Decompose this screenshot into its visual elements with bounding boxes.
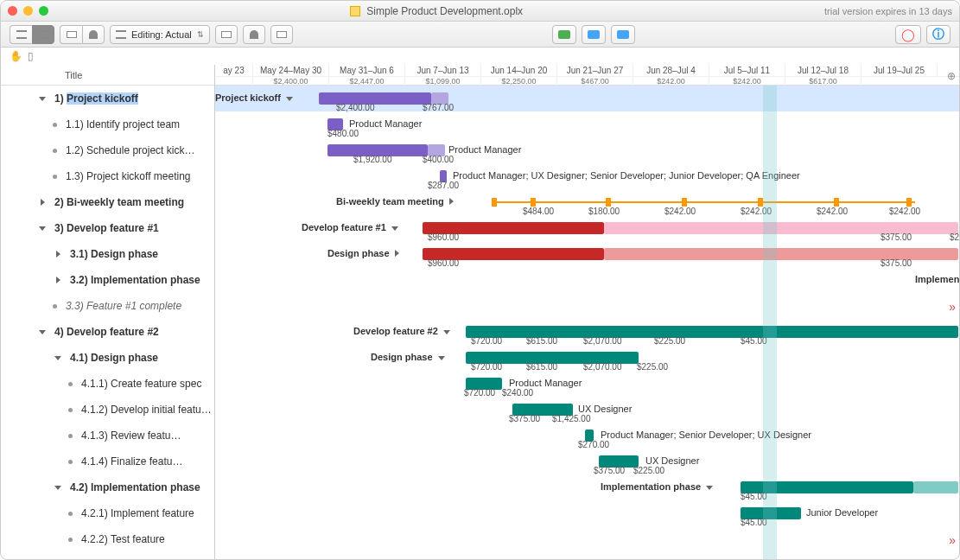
minimize-icon[interactable] (23, 6, 33, 16)
outline-row-4.2.1[interactable]: 4.2.1) Implement feature (1, 500, 214, 526)
group-2-button[interactable] (82, 25, 105, 44)
outline-row-3[interactable]: 3) Develop feature #1 (1, 215, 214, 241)
view-mode-1-button[interactable] (10, 25, 32, 44)
blue-action-1-button[interactable] (582, 25, 606, 44)
gantt-row[interactable]: Project kickoff $2,400.00$767.00 (215, 86, 959, 111)
group-1-button[interactable] (60, 25, 82, 44)
task-title: Identify project team (86, 118, 180, 130)
outline-row-4.1[interactable]: 4.1) Design phase (1, 345, 214, 371)
outline-row-2[interactable]: 2) Bi-weekly team meeting (1, 189, 214, 215)
blue-action-2-button[interactable] (611, 25, 635, 44)
page-icon[interactable]: ▯ (28, 50, 34, 62)
outline-row-4.1.3[interactable]: 4.1.3) Review featu… (1, 423, 214, 449)
green-action-button[interactable] (552, 25, 576, 44)
gantt-view-icon (38, 30, 48, 39)
outline-row-1[interactable]: 1) Project kickoff (1, 86, 214, 111)
outline-row-3.3[interactable]: 3.3) Feature #1 complete (1, 293, 214, 319)
outline-row-4.2[interactable]: 4.2) Implementation phase (1, 474, 214, 500)
outline-row-3.1[interactable]: 3.1) Design phase (1, 241, 214, 267)
milestone-button[interactable] (270, 25, 293, 44)
blue-icon (588, 30, 600, 39)
hand-icon[interactable]: ✋ (10, 50, 22, 62)
gantt-row[interactable]: Junior Developer$45.00 (215, 500, 959, 526)
record-button[interactable]: ◯ (895, 25, 921, 44)
gantt-row[interactable]: Product Manager; Senior Developer; UX De… (215, 423, 959, 449)
disclosure-down-icon[interactable] (37, 327, 48, 337)
expand-icon[interactable] (438, 356, 445, 360)
gantt-row[interactable]: Design phase $960.00$375.00 (215, 241, 959, 267)
gantt-panel[interactable]: ay 23May 24–May 30May 31–Jun 6Jun 7–Jun … (215, 65, 959, 560)
date-col: Jun 7–Jun 13 (405, 65, 481, 76)
bullet-icon (53, 149, 57, 153)
expand-icon[interactable] (391, 226, 398, 231)
disclosure-down-icon[interactable] (37, 223, 48, 233)
disclosure-down-icon[interactable] (53, 353, 63, 363)
disclosure-right-icon[interactable] (37, 197, 48, 207)
gantt-row[interactable]: » (215, 293, 959, 319)
expand-icon[interactable] (449, 198, 454, 205)
outline-row-1.1[interactable]: 1.1) Identify project team (1, 111, 214, 137)
add-task-button[interactable] (215, 25, 238, 44)
gantt-row[interactable]: Implementation phase $45.00 (215, 474, 959, 500)
outline-row-1.2[interactable]: 1.2) Schedule project kick… (1, 137, 214, 163)
gantt-row-label: Implementation phase (601, 481, 713, 492)
recurring-tick[interactable] (834, 198, 839, 207)
expand-icon[interactable] (395, 250, 399, 257)
outline-row-3.2[interactable]: 3.2) Implementation phase (1, 267, 214, 293)
gantt-row[interactable]: Product Manager$1,920.00$400.00 (215, 137, 959, 163)
gantt-row[interactable]: » (215, 526, 959, 552)
zoom-icon[interactable] (39, 6, 48, 16)
expand-icon[interactable] (706, 486, 713, 490)
recurring-tick[interactable] (682, 198, 687, 207)
outline-row-4[interactable]: 4) Develop feature #2 (1, 319, 214, 345)
outline-row-4.1.1[interactable]: 4.1.1) Create feature spec (1, 371, 214, 397)
pencil-icon (116, 30, 126, 39)
editing-mode-select[interactable]: Editing: Actual ⇅ (110, 25, 210, 44)
view-mode-2-button[interactable] (32, 25, 54, 44)
disclosure-down-icon[interactable] (37, 93, 48, 104)
disclosure-right-icon[interactable] (53, 275, 63, 285)
gantt-row[interactable]: UX Designer$375.00$1,425.00 (215, 397, 959, 423)
disclosure-down-icon[interactable] (53, 482, 63, 493)
recurring-tick[interactable] (492, 198, 497, 207)
task-number: 4.1.2) (81, 404, 111, 416)
gantt-bar[interactable] (913, 481, 958, 493)
recurring-tick[interactable] (906, 198, 912, 207)
info-button[interactable]: ⓘ (926, 25, 950, 44)
gantt-row[interactable]: Bi-weekly team meeting $484.00$180.00$24… (215, 189, 959, 215)
close-icon[interactable] (8, 6, 17, 16)
gantt-body[interactable]: Project kickoff $2,400.00$767.00Product … (215, 86, 959, 560)
date-col: Jul 12–Jul 18 (785, 65, 861, 76)
overflow-right-icon[interactable]: » (949, 533, 956, 547)
gantt-row[interactable]: Product Manager$720.00$240.00 (215, 371, 959, 397)
expand-icon[interactable] (286, 97, 293, 101)
outline-row-4.2.2[interactable]: 4.2.2) Test feature (1, 526, 214, 552)
expand-icon[interactable] (443, 330, 450, 334)
outline-row-4.1.2[interactable]: 4.1.2) Develop initial featu… (1, 397, 214, 423)
recurring-tick[interactable] (531, 198, 536, 207)
add-resource-button[interactable] (243, 25, 265, 44)
person-icon (250, 30, 258, 39)
gantt-row[interactable]: Product Manager; UX Designer; Senior Dev… (215, 163, 959, 189)
gantt-row[interactable]: » (215, 552, 959, 560)
outline-panel[interactable]: Title 1) Project kickoff1.1) Identify pr… (1, 65, 215, 560)
gantt-row[interactable]: Develop feature #1 $960.00$375.00$2 (215, 215, 959, 241)
date-col: May 31–Jun 6 (329, 65, 405, 76)
gantt-row[interactable]: Design phase $720.00$615.00$2,070.00$225… (215, 345, 959, 371)
outline-row-4.2.3[interactable]: 4.2.3) Review featu… (1, 552, 214, 560)
zoom-icon[interactable]: ⊕ (947, 70, 956, 82)
disclosure-right-icon[interactable] (53, 249, 63, 259)
outline-header: Title (1, 65, 214, 86)
gantt-row[interactable]: Product Manager$480.00 (215, 111, 959, 137)
gantt-row[interactable]: Implemen (215, 267, 959, 293)
outline-row-1.3[interactable]: 1.3) Project kickoff meeting (1, 163, 214, 189)
gantt-row[interactable]: Develop feature #2 $720.00$615.00$2,070.… (215, 319, 959, 345)
task-title: Create feature spec (111, 378, 201, 390)
overflow-right-icon[interactable]: » (949, 300, 956, 314)
cost-col: $467.00 (557, 77, 633, 86)
outline-row-4.1.4[interactable]: 4.1.4) Finalize featu… (1, 449, 214, 474)
gantt-row[interactable]: UX Designer$375.00$225.00 (215, 449, 959, 474)
recurring-tick[interactable] (606, 198, 611, 207)
outline-header-title: Title (65, 70, 82, 80)
gantt-row-label: Develop feature #2 (353, 326, 450, 336)
